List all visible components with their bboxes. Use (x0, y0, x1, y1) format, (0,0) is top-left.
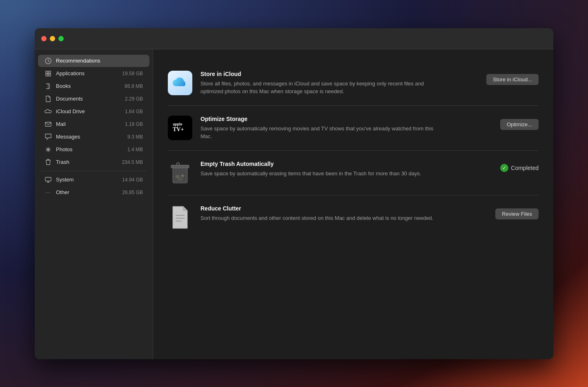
mail-size: 1.18 GB (125, 121, 143, 127)
svg-point-18 (181, 174, 184, 177)
applications-label: Applications (56, 70, 118, 76)
empty-trash-body: Empty Trash AutomaticallySave space by a… (200, 161, 465, 178)
mail-label: Mail (56, 121, 121, 127)
icloud-drive-icon (45, 108, 52, 115)
icloud-icon (168, 71, 192, 95)
icloud-drive-size: 1.64 GB (125, 109, 143, 114)
other-label: Other (56, 189, 118, 195)
other-icon: ··· (45, 189, 52, 196)
sidebar-item-mail[interactable]: Mail1.18 GB (38, 118, 149, 130)
system-size: 14.94 GB (122, 177, 143, 183)
svg-point-11 (49, 150, 50, 151)
optimize-icon: apple TV+ (168, 116, 192, 140)
icloud-title: Store in iCloud (200, 71, 465, 77)
svg-rect-15 (173, 168, 187, 183)
reduce-clutter-body: Reduce ClutterSort through documents and… (200, 205, 465, 222)
system-label: System (56, 177, 118, 183)
rec-item-icloud: Store in iCloudStore all files, photos, … (168, 61, 539, 106)
trash-size: 234.5 MB (122, 159, 143, 165)
reduce-clutter-title: Reduce Clutter (200, 205, 465, 212)
optimize-action-area: Optimize... (473, 116, 539, 130)
completed-label: Completed (511, 165, 539, 171)
svg-point-8 (47, 148, 47, 148)
content-area: RecommendationsApplications19.58 GBBooks… (35, 49, 553, 359)
sidebar-item-icloud-drive[interactable]: iCloud Drive1.64 GB (38, 105, 149, 118)
empty-trash-icon (168, 161, 192, 185)
sidebar-item-trash[interactable]: Trash234.5 MB (38, 156, 149, 168)
icloud-body: Store in iCloudStore all files, photos, … (200, 71, 465, 96)
empty-trash-description: Save space by automatically erasing item… (200, 170, 437, 178)
optimize-action-button[interactable]: Optimize... (500, 119, 539, 130)
svg-text:TV+: TV+ (173, 126, 184, 132)
trash-label: Trash (56, 159, 118, 165)
optimize-description: Save space by automatically removing mov… (200, 125, 437, 141)
sidebar: RecommendationsApplications19.58 GBBooks… (35, 49, 153, 359)
reduce-clutter-action-button[interactable]: Review Files (495, 208, 539, 219)
messages-size: 9.3 MB (127, 134, 143, 140)
main-panel: Store in iCloudStore all files, photos, … (153, 49, 553, 359)
svg-rect-2 (45, 122, 51, 126)
svg-point-3 (47, 148, 49, 151)
svg-point-9 (49, 148, 50, 148)
books-icon (45, 83, 52, 90)
main-window: RecommendationsApplications19.58 GBBooks… (35, 28, 553, 359)
sidebar-item-photos[interactable]: Photos1.4 MB (38, 143, 149, 156)
system-icon (45, 176, 52, 183)
documents-label: Documents (56, 96, 121, 102)
rec-item-empty-trash: Empty Trash AutomaticallySave space by a… (168, 151, 539, 195)
empty-trash-title: Empty Trash Automatically (200, 161, 465, 167)
reduce-clutter-icon (168, 205, 192, 230)
completed-check-icon: ✓ (500, 164, 508, 172)
sidebar-divider (41, 171, 146, 171)
traffic-lights (41, 36, 64, 41)
sidebar-item-other[interactable]: ···Other26.85 GB (38, 186, 149, 199)
applications-icon (45, 70, 52, 77)
sidebar-item-applications[interactable]: Applications19.58 GB (38, 67, 149, 80)
icloud-description: Store all files, photos, and messages in… (200, 80, 437, 96)
svg-point-4 (48, 147, 49, 148)
svg-point-6 (46, 149, 47, 150)
trash-icon (45, 159, 52, 166)
photos-label: Photos (56, 146, 123, 152)
messages-icon (45, 133, 52, 141)
optimize-title: Optimize Storage (200, 116, 465, 122)
applications-size: 19.58 GB (122, 71, 143, 76)
maximize-button[interactable] (58, 36, 64, 41)
icloud-action-area: Store in iCloud... (473, 71, 539, 85)
recommendations-icon (45, 57, 52, 65)
documents-icon (45, 95, 52, 103)
svg-rect-12 (45, 177, 51, 181)
minimize-button[interactable] (50, 36, 55, 41)
empty-trash-completed-badge: ✓Completed (500, 164, 539, 172)
icloud-drive-label: iCloud Drive (56, 108, 121, 114)
sidebar-item-system[interactable]: System14.94 GB (38, 174, 149, 186)
sidebar-item-documents[interactable]: Documents2.29 GB (38, 93, 149, 105)
rec-item-reduce-clutter: Reduce ClutterSort through documents and… (168, 195, 539, 239)
svg-text:apple: apple (173, 122, 183, 126)
photos-size: 1.4 MB (127, 147, 143, 152)
reduce-clutter-description: Sort through documents and other content… (200, 214, 437, 222)
photos-icon (45, 146, 52, 153)
close-button[interactable] (41, 36, 47, 41)
svg-point-7 (50, 149, 51, 150)
titlebar (35, 28, 553, 49)
documents-size: 2.29 GB (125, 96, 143, 102)
svg-rect-16 (171, 165, 189, 168)
svg-point-19 (178, 177, 183, 181)
reduce-clutter-action-area: Review Files (473, 205, 539, 219)
svg-point-5 (48, 151, 49, 152)
books-size: 86.8 MB (125, 83, 143, 89)
icloud-action-button[interactable]: Store in iCloud... (486, 74, 539, 85)
optimize-body: Optimize StorageSave space by automatica… (200, 116, 465, 141)
empty-trash-action-area: ✓Completed (473, 161, 539, 172)
sidebar-item-messages[interactable]: Messages9.3 MB (38, 131, 149, 143)
rec-item-optimize: apple TV+ Optimize StorageSave space by … (168, 106, 539, 151)
other-size: 26.85 GB (122, 190, 143, 195)
mail-icon (45, 121, 52, 128)
svg-point-10 (47, 150, 47, 151)
sidebar-item-books[interactable]: Books86.8 MB (38, 80, 149, 92)
messages-label: Messages (56, 134, 123, 140)
recommendations-label: Recommendations (56, 58, 143, 64)
books-label: Books (56, 83, 120, 89)
sidebar-item-recommendations[interactable]: Recommendations (38, 55, 149, 67)
